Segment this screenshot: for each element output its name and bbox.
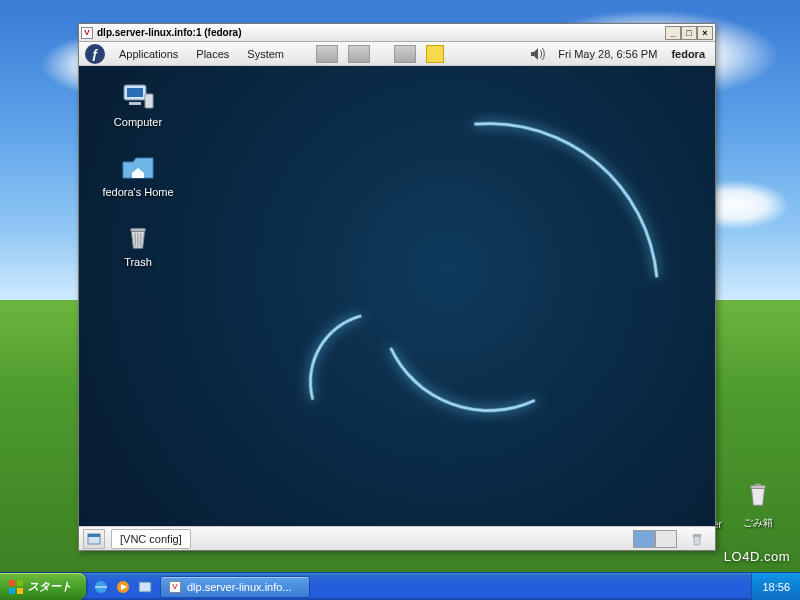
taskbar-item-vnc-config[interactable]: [VNC config] (111, 529, 191, 549)
workspace-2[interactable] (655, 530, 677, 548)
menu-system[interactable]: System (243, 46, 288, 62)
start-label: スタート (28, 579, 72, 594)
svg-rect-15 (88, 534, 100, 537)
gnome-icon-home[interactable]: fedora's Home (93, 152, 183, 198)
xp-system-tray[interactable]: 18:56 (751, 573, 800, 600)
ql-ie-icon[interactable] (92, 576, 110, 598)
gnome-icon-trash[interactable]: Trash (93, 222, 183, 268)
home-folder-icon (121, 152, 155, 182)
show-desktop-button[interactable] (83, 529, 105, 549)
gnome-top-panel: ƒ Applications Places System Fri May 28,… (79, 42, 715, 66)
workspace-1[interactable] (633, 530, 655, 548)
volume-icon[interactable] (528, 45, 548, 63)
task-label: [VNC config] (120, 533, 182, 545)
svg-rect-7 (127, 88, 143, 97)
menu-places[interactable]: Places (192, 46, 233, 62)
tray-clock: 18:56 (762, 581, 790, 593)
xp-desktop-icon-trash[interactable]: ごみ箱 (728, 479, 788, 530)
vnc-title-text: dlp.server-linux.info:1 (fedora) (97, 27, 241, 38)
xp-taskbar: スタート V dlp.server-linux.info... 18:56 (0, 572, 800, 600)
computer-icon (121, 82, 155, 112)
fedora-logo-icon[interactable]: ƒ (85, 44, 105, 64)
vnc-titlebar[interactable]: V dlp.server-linux.info:1 (fedora) _ □ × (79, 24, 715, 42)
vnc-window[interactable]: V dlp.server-linux.info:1 (fedora) _ □ ×… (78, 23, 716, 551)
menu-applications[interactable]: Applications (115, 46, 182, 62)
panel-launcher-1[interactable] (316, 45, 338, 63)
icon-label: Trash (124, 256, 152, 268)
panel-launcher-3[interactable] (394, 45, 416, 63)
svg-rect-9 (145, 94, 153, 108)
ql-show-desktop-icon[interactable] (136, 576, 154, 598)
user-menu[interactable]: fedora (667, 48, 709, 60)
icon-label: fedora's Home (102, 186, 173, 198)
panel-clock[interactable]: Fri May 28, 6:56 PM (558, 48, 657, 60)
icon-label: Computer (114, 116, 162, 128)
ql-media-icon[interactable] (114, 576, 132, 598)
vnc-app-icon: V (81, 27, 93, 39)
gnome-bottom-panel: [VNC config] (79, 526, 715, 550)
svg-rect-4 (751, 486, 766, 489)
xp-quick-launch (86, 576, 160, 598)
vnc-app-icon: V (169, 581, 181, 593)
gnome-icon-computer[interactable]: Computer (93, 82, 183, 128)
icon-label: ごみ箱 (743, 517, 773, 528)
close-button[interactable]: × (697, 26, 713, 40)
svg-rect-16 (693, 534, 701, 536)
svg-rect-19 (9, 588, 15, 594)
trash-icon (123, 222, 153, 252)
sticky-notes-icon[interactable] (426, 45, 444, 63)
trash-icon (728, 479, 788, 516)
svg-rect-17 (9, 580, 15, 586)
svg-rect-24 (139, 582, 151, 592)
windows-logo-icon (8, 579, 24, 595)
svg-rect-10 (131, 229, 146, 232)
panel-launcher-2[interactable] (348, 45, 370, 63)
start-button[interactable]: スタート (0, 573, 86, 600)
svg-rect-18 (17, 580, 23, 586)
xp-task-button-vnc[interactable]: V dlp.server-linux.info... (160, 576, 310, 598)
maximize-button[interactable]: □ (681, 26, 697, 40)
svg-rect-5 (755, 484, 761, 486)
svg-rect-20 (17, 588, 23, 594)
workspace-switcher[interactable] (633, 530, 677, 548)
task-label: dlp.server-linux.info... (187, 581, 292, 593)
gnome-desktop[interactable]: ƒ Applications Places System Fri May 28,… (79, 42, 715, 550)
svg-rect-8 (129, 102, 141, 105)
panel-trash-icon[interactable] (687, 530, 707, 548)
watermark-text: LO4D.com (724, 549, 790, 564)
minimize-button[interactable]: _ (665, 26, 681, 40)
